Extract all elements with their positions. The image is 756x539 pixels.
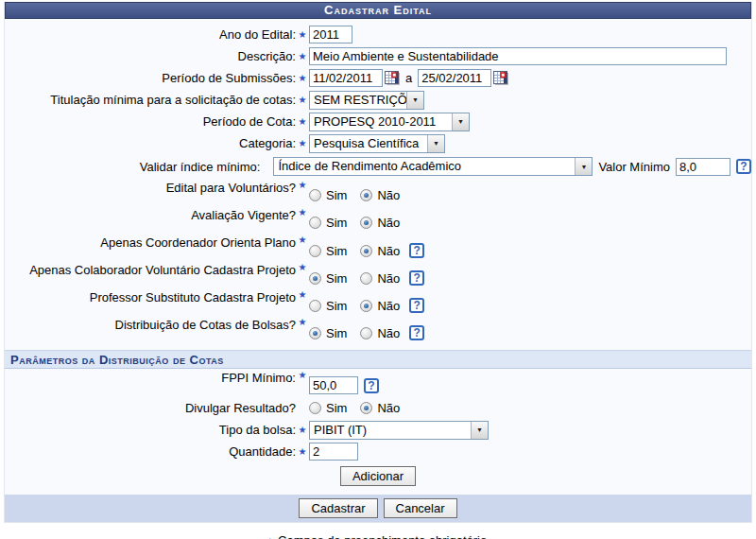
categoria-select[interactable]: Pesquisa Científica ▼: [309, 134, 445, 153]
row-quantidade: Quantidade: ★: [5, 441, 751, 462]
required-star-icon: ★: [296, 261, 309, 273]
radio-sim-label: Sim: [326, 271, 347, 286]
row-edital-voluntarios: Edital para Voluntários? ★ Sim Não: [5, 179, 751, 206]
adicionar-button[interactable]: Adicionar: [340, 466, 416, 486]
periodo-cota-select[interactable]: PROPESQ 2010-2011 ▼: [309, 113, 470, 131]
required-star-icon: ★: [296, 234, 309, 246]
substituto-cadastra-label: Professor Substituto Cadastra Projeto: [5, 288, 296, 304]
valor-minimo-label: Valor Mínimo: [598, 160, 670, 174]
row-validar-indice: Validar índice mínimo: ★ Índice de Rendi…: [5, 154, 751, 179]
required-star-icon: ★: [296, 94, 309, 106]
form-title: Cadastrar Edital: [5, 2, 751, 19]
row-divulgar-resultado: Divulgar Resultado? ★ Sim Não: [5, 396, 751, 419]
chevron-down-icon: ▼: [427, 135, 444, 152]
fppi-minimo-label: FPPI Mínimo:: [5, 369, 296, 385]
required-star-icon: ★: [296, 424, 309, 436]
page: Cadastrar Edital Ano do Edital: ★ Descri…: [0, 0, 756, 539]
quantidade-input[interactable]: [309, 443, 358, 461]
radio-nao-label: Não: [377, 244, 400, 258]
radio-nao-label: Não: [377, 216, 400, 230]
distribuicao-cotas-label: Distribuição de Cotas de Bolsas?: [5, 316, 296, 332]
radio-nao[interactable]: [360, 300, 372, 312]
fppi-minimo-input[interactable]: [309, 376, 358, 394]
radio-sim-label: Sim: [326, 188, 347, 202]
radio-nao-label: Não: [377, 299, 400, 313]
radio-sim[interactable]: [309, 300, 321, 312]
descricao-label: Descrição:: [5, 49, 296, 63]
help-icon[interactable]: ?: [409, 270, 424, 286]
quantidade-label: Quantidade:: [5, 444, 296, 459]
required-star-icon: ★: [296, 206, 309, 218]
ano-edital-input[interactable]: [309, 26, 352, 43]
valor-minimo-input[interactable]: [676, 158, 730, 176]
section-parametros-cotas: Parâmetros da Distribuição de Cotas: [5, 350, 751, 369]
radio-sim-label: Sim: [326, 299, 347, 313]
required-star-icon: ★: [296, 316, 309, 328]
radio-sim-label: Sim: [326, 216, 347, 230]
radio-sim[interactable]: [309, 272, 321, 285]
help-icon[interactable]: ?: [364, 378, 379, 393]
radio-nao-label: Não: [377, 271, 400, 286]
required-star-icon: ★: [296, 288, 309, 301]
help-icon[interactable]: ?: [409, 298, 424, 313]
radio-nao[interactable]: [360, 272, 372, 285]
radio-sim[interactable]: [309, 402, 321, 414]
radio-sim[interactable]: [309, 327, 321, 339]
radio-nao[interactable]: [360, 327, 372, 339]
radio-nao[interactable]: [360, 245, 372, 257]
radio-nao[interactable]: [360, 402, 372, 414]
periodo-submissoes-label: Período de Submissões:: [5, 71, 296, 85]
help-icon[interactable]: ?: [736, 159, 751, 174]
radio-sim[interactable]: [309, 189, 321, 201]
periodo-inicio-input[interactable]: [309, 69, 383, 87]
row-coordenador-orienta: Apenas Coordenador Orienta Plano ★ Sim N…: [5, 234, 751, 261]
required-star-icon: ★: [296, 72, 309, 84]
radio-nao[interactable]: [360, 189, 372, 201]
help-icon[interactable]: ?: [409, 325, 424, 340]
validar-indice-label: Validar índice mínimo:: [5, 160, 260, 174]
required-star-icon: ★: [266, 535, 274, 539]
validar-indice-select[interactable]: Índice de Rendimento Acadêmico ▼: [273, 157, 593, 176]
help-icon[interactable]: ?: [409, 243, 424, 258]
required-fields-note-text: Campos de preenchimento obrigatório.: [278, 533, 490, 539]
adicionar-row: Adicionar: [5, 462, 751, 491]
radio-nao[interactable]: [360, 217, 372, 229]
row-periodo-submissoes: Período de Submissões: ★ a: [5, 67, 751, 89]
cadastrar-edital-form: Cadastrar Edital Ano do Edital: ★ Descri…: [4, 2, 752, 523]
required-star-icon: ★: [296, 115, 309, 128]
chevron-down-icon: ▼: [575, 158, 592, 175]
radio-sim-label: Sim: [326, 244, 347, 258]
descricao-input[interactable]: [309, 47, 727, 65]
required-star-icon: ★: [296, 179, 309, 191]
row-colaborador-cadastra: Apenas Colaborador Voluntário Cadastra P…: [5, 261, 751, 288]
required-star-icon: ★: [296, 28, 309, 41]
radio-sim[interactable]: [309, 217, 321, 229]
periodo-separator: a: [405, 71, 412, 85]
row-avaliacao-vigente: Avaliação Vigente? ★ Sim Não: [5, 206, 751, 234]
periodo-fim-input[interactable]: [418, 69, 491, 87]
ano-edital-label: Ano do Edital:: [5, 27, 296, 42]
titulacao-minima-select[interactable]: SEM RESTRIÇÕES ▼: [309, 91, 424, 110]
form-footer-bar: Cadastrar Cancelar: [5, 495, 751, 522]
cadastrar-button[interactable]: Cadastrar: [299, 498, 377, 518]
coordenador-orienta-label: Apenas Coordenador Orienta Plano: [5, 234, 296, 250]
cancelar-button[interactable]: Cancelar: [384, 498, 457, 518]
required-fields-note: ★Campos de preenchimento obrigatório.: [0, 533, 756, 539]
row-ano-edital: Ano do Edital: ★: [5, 24, 751, 45]
required-star-icon: ★: [296, 445, 309, 458]
row-categoria: Categoria: ★ Pesquisa Científica ▼: [5, 132, 751, 154]
required-star-icon: ★: [296, 369, 309, 381]
periodo-cota-label: Período de Cota:: [5, 114, 296, 129]
edital-voluntarios-label: Edital para Voluntários?: [5, 179, 296, 195]
colaborador-cadastra-label: Apenas Colaborador Voluntário Cadastra P…: [5, 261, 296, 277]
tipo-bolsa-select[interactable]: PIBIT (IT) ▼: [309, 421, 489, 440]
tipo-bolsa-label: Tipo da bolsa:: [5, 423, 296, 437]
chevron-down-icon: ▼: [406, 92, 423, 109]
divulgar-resultado-label: Divulgar Resultado?: [5, 401, 296, 415]
calendar-icon[interactable]: [493, 71, 508, 85]
required-star-icon: ★: [296, 50, 309, 62]
required-star-icon: ★: [296, 137, 309, 149]
radio-nao-label: Não: [377, 401, 400, 415]
radio-sim[interactable]: [309, 245, 321, 257]
calendar-icon[interactable]: [385, 71, 400, 85]
